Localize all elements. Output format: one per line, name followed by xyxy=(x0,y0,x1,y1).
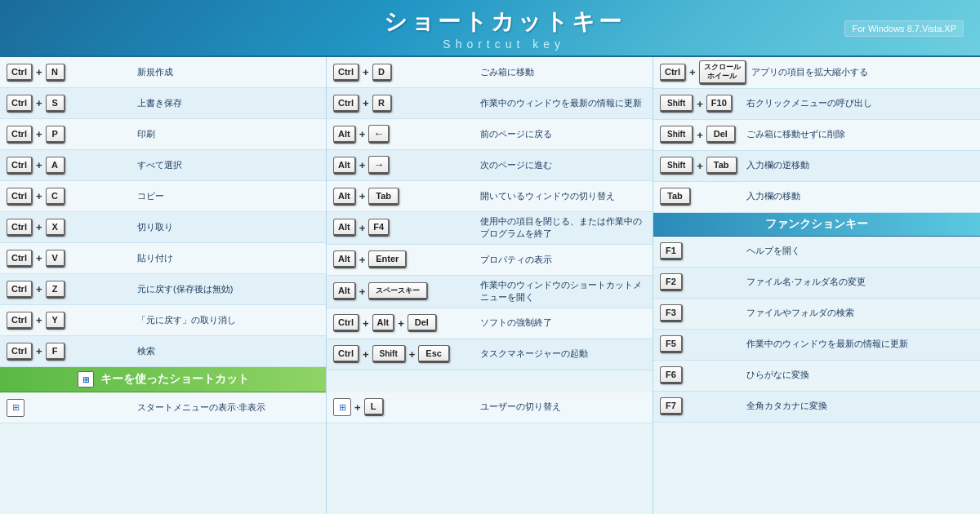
shortcut-desc: アプリの項目を拡大縮小する xyxy=(751,66,973,78)
shortcut-desc: すべて選択 xyxy=(137,159,319,171)
shortcut-desc: プロパティの表示 xyxy=(480,254,646,266)
shortcut-desc: ごみ箱に移動 xyxy=(480,66,646,78)
table-row: Alt + ← 前のページに戻る xyxy=(327,119,653,150)
table-row: Ctrl + Alt + Del ソフトの強制終了 xyxy=(327,308,653,339)
table-row: F2 ファイル名·フォルダ名の変更 xyxy=(653,268,980,299)
table-row: Ctrl + V 貼り付け xyxy=(0,243,326,274)
table-row: Ctrl + D ごみ箱に移動 xyxy=(327,57,653,88)
table-row: Ctrl + N 新規作成 xyxy=(0,57,326,88)
table-row: Shift + F10 右クリックメニューの呼び出し xyxy=(653,89,980,120)
table-row: Alt + → 次のページに進む xyxy=(327,150,653,181)
table-row: Ctrl + スクロールホイール アプリの項目を拡大縮小する xyxy=(653,57,980,89)
shortcut-desc: 入力欄の移動 xyxy=(746,190,973,202)
shortcut-desc: 次のページに進む xyxy=(480,159,646,171)
shortcut-desc: 使用中の項目を閉じる、または作業中のプログラムを終了 xyxy=(480,215,646,241)
main-content: Ctrl + N 新規作成 Ctrl + S 上書き保存 Ctrl + P 印刷 xyxy=(0,57,980,514)
shortcut-desc: 作業中のウィンドウを最新の情報に更新 xyxy=(480,97,646,109)
table-row: ⊞ + L ユーザーの切り替え xyxy=(327,392,653,423)
table-row: Alt + Tab 開いているウィンドウの切り替え xyxy=(327,181,653,212)
section-header-label: ファンクションキー xyxy=(765,217,868,230)
windows-icon: ⊞ xyxy=(78,371,94,388)
function-key-header: ファンクションキー xyxy=(653,213,980,237)
en-title: Shortcut key xyxy=(163,38,844,51)
table-row: Ctrl + F 検索 xyxy=(0,336,326,367)
shortcut-desc: スタートメニューの表示·非表示 xyxy=(137,401,319,414)
table-row: Tab 入力欄の移動 xyxy=(653,182,980,213)
jp-title: ショートカットキー xyxy=(163,7,844,38)
shortcut-desc: 作業中のウィンドウのショートカットメニューを開く xyxy=(480,279,646,304)
windows-section-label: キーを使ったショートカット xyxy=(100,372,249,387)
shortcut-desc: コピー xyxy=(137,190,319,202)
header: ショートカットキー Shortcut key For Windows 8.7.V… xyxy=(0,0,980,57)
shortcut-desc: ファイルやフォルダの検索 xyxy=(746,307,973,319)
shortcut-desc: 検索 xyxy=(137,345,319,357)
shortcut-desc: ひらがなに変換 xyxy=(746,369,973,381)
table-row: Shift + Tab 入力欄の逆移動 xyxy=(653,151,980,182)
windows-badge: For Windows 8.7.Vista.XP xyxy=(844,20,964,37)
shortcut-desc: ファイル名·フォルダ名の変更 xyxy=(746,276,973,288)
shortcut-desc: 貼り付け xyxy=(137,252,319,264)
table-row: Ctrl + X 切り取り xyxy=(0,212,326,243)
table-row: F1 ヘルプを開く xyxy=(653,237,980,268)
table-row: Alt + F4 使用中の項目を閉じる、または作業中のプログラムを終了 xyxy=(327,212,653,245)
table-row: ⊞ スタートメニューの表示·非表示 xyxy=(0,392,326,423)
shortcut-desc: 印刷 xyxy=(137,128,319,140)
table-row: Ctrl + Shift + Esc タスクマネージャーの起動 xyxy=(327,339,653,370)
table-row: Alt + Enter プロパティの表示 xyxy=(327,245,653,276)
table-row: F3 ファイルやフォルダの検索 xyxy=(653,299,980,330)
windows-section-header: ⊞ キーを使ったショートカット xyxy=(0,367,326,392)
column-1: Ctrl + N 新規作成 Ctrl + S 上書き保存 Ctrl + P 印刷 xyxy=(0,57,327,514)
shortcut-desc: タスクマネージャーの起動 xyxy=(480,348,646,360)
table-row: F5 作業中のウィンドウを最新の情報に更新 xyxy=(653,330,980,361)
table-row: Ctrl + Z 元に戻す(保存後は無効) xyxy=(0,274,326,305)
table-row: Ctrl + R 作業中のウィンドウを最新の情報に更新 xyxy=(327,88,653,119)
windows-key: ⊞ xyxy=(333,398,351,416)
key-ctrl: Ctrl xyxy=(7,64,33,82)
shortcut-desc: 新規作成 xyxy=(137,66,319,78)
shortcut-desc: 上書き保存 xyxy=(137,97,319,109)
key-n: N xyxy=(46,64,65,82)
table-row: Alt + スペースキー 作業中のウィンドウのショートカットメニューを開く xyxy=(327,276,653,308)
shortcut-desc: 「元に戻す」の取り消し xyxy=(137,314,319,326)
table-row: Ctrl + S 上書き保存 xyxy=(0,88,326,119)
table-row: Ctrl + Y 「元に戻す」の取り消し xyxy=(0,305,326,336)
shortcut-desc: 元に戻す(保存後は無効) xyxy=(137,283,319,295)
table-row: F6 ひらがなに変換 xyxy=(653,361,980,392)
shortcut-desc: ソフトの強制終了 xyxy=(480,317,646,329)
table-row: Ctrl + P 印刷 xyxy=(0,119,326,150)
shortcut-desc: ヘルプを開く xyxy=(746,245,973,257)
shortcut-desc: 開いているウィンドウの切り替え xyxy=(480,190,646,202)
windows-key: ⊞ xyxy=(7,399,24,417)
shortcut-desc: 右クリックメニューの呼び出し xyxy=(746,97,973,109)
table-row: Shift + Del ごみ箱に移動せずに削除 xyxy=(653,120,980,151)
column-2: Ctrl + D ごみ箱に移動 Ctrl + R 作業中のウィンドウを最新の情報… xyxy=(327,57,653,514)
shortcut-desc: 作業中のウィンドウを最新の情報に更新 xyxy=(746,338,973,350)
shortcut-desc: ユーザーの切り替え xyxy=(480,401,646,413)
shortcut-desc: 全角カタカナに変換 xyxy=(746,400,973,412)
table-row: Ctrl + A すべて選択 xyxy=(0,150,326,181)
table-row: F7 全角カタカナに変換 xyxy=(653,392,980,423)
title-block: ショートカットキー Shortcut key xyxy=(163,7,844,51)
shortcut-desc: 入力欄の逆移動 xyxy=(746,159,973,171)
shortcut-desc: 切り取り xyxy=(137,221,319,233)
column-3: Ctrl + スクロールホイール アプリの項目を拡大縮小する Shift + F… xyxy=(653,57,980,514)
shortcut-desc: 前のページに戻る xyxy=(480,128,646,140)
table-row: Ctrl + C コピー xyxy=(0,181,326,212)
shortcut-desc: ごみ箱に移動せずに削除 xyxy=(746,128,973,140)
